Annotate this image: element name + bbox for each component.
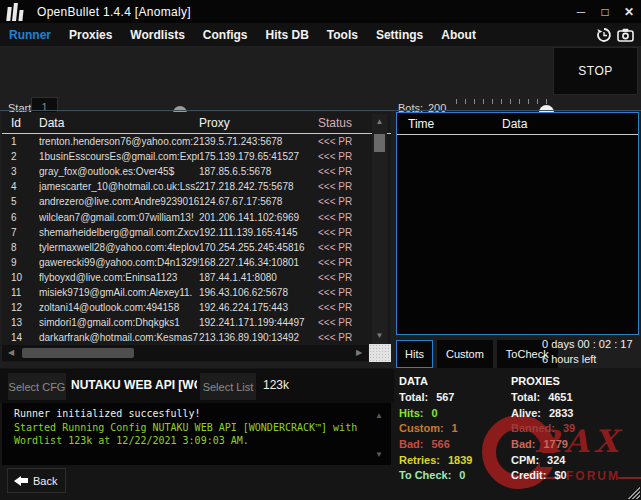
table-row[interactable]: 3gray_fox@outlook.es:Over45$187.85.6.5:5… [2,164,391,179]
cell-proxy: 196.43.106.62:5678 [199,287,318,298]
log-lines: Runner initialized succesfully!Started R… [14,407,371,448]
cell-id: 11 [2,287,39,298]
stat-value: 324 [547,454,565,466]
table-row[interactable]: 11misiek9719@gmAil.com:Alexey11.196.43.1… [2,285,391,300]
vertical-scroll-thumb[interactable] [374,134,385,152]
scroll-down-icon[interactable]: ▼ [372,330,387,342]
table-row[interactable]: 9gawerecki99@yahoo.com:D4n1329!168.227.1… [2,255,391,270]
timer: 0 days 00 : 02 : 17 6 hours left [542,337,633,367]
menu-item-wordlists[interactable]: Wordlists [121,28,193,42]
menu-item-tools[interactable]: Tools [318,28,367,42]
stat-item: Bad:566 [399,437,472,453]
table-row[interactable]: 5andrezero@live.com:Andre9239016124.67.6… [2,194,391,209]
runner-controls: Start: 1 Prog: 567 / 123320 (0%) Bots: 2… [0,46,641,110]
selected-wordlist-name: 123k [263,378,289,392]
table-row[interactable]: 6wilclean7@gmail.com:07william13!201.206… [2,209,391,224]
stat-item: To Check:0 [399,468,472,484]
menu-bar: RunnerProxiesWordlistsConfigsHits DBTool… [0,23,641,46]
column-header-data[interactable]: Data [39,116,199,130]
resize-grip-icon[interactable] [628,487,640,499]
hit-filter-buttons: HitsCustomToCheck [396,340,558,368]
cell-id: 1 [2,136,39,147]
cell-id: 2 [2,151,39,162]
table-row[interactable]: 7shemarheidelberg@gmail.com:Zxcv192.111.… [2,225,391,240]
column-header-proxy[interactable]: Proxy [199,116,318,130]
menu-item-hits-db[interactable]: Hits DB [256,28,317,42]
stat-item: Custom:1 [399,421,472,437]
proxies-stats: PROXIES Total:4651Alive:2833Banned:39Bad… [511,373,575,484]
cell-data: wilclean7@gmail.com:07william13! [39,212,199,223]
menu-item-proxies[interactable]: Proxies [60,28,121,42]
cell-id: 3 [2,166,39,177]
column-header-id[interactable]: Id [2,116,39,130]
table-row[interactable]: 10flyboyxd@live.com:Eninsa1123187.44.1.4… [2,270,391,285]
camera-icon[interactable] [617,27,634,43]
cell-data: andrezero@live.com:Andre9239016 [39,196,199,207]
cell-id: 13 [2,317,39,328]
cell-status: <<< PR [318,287,359,298]
selected-config-name: NUTAKU WEB API [WONDER [71,378,197,392]
close-icon[interactable]: ✕ [617,0,641,23]
stat-label: CPM: [511,454,539,466]
section-divider [0,110,641,111]
cell-proxy: 175.139.179.65:41527 [199,151,318,162]
cell-proxy: 187.85.6.5:5678 [199,166,318,177]
table-row[interactable]: 14darkarfrank@hotmail.com:Kesmas7213.136… [2,330,391,345]
results-horizontal-scrollbar[interactable]: ◀ ▶ [2,345,368,361]
log-scroll-up-icon[interactable]: ▲ [373,409,385,423]
cell-status: <<< PR [318,257,359,268]
table-row[interactable]: 13simdori1@gmail.com:Dhqkgks1192.241.171… [2,315,391,330]
horizontal-scroll-thumb[interactable] [22,348,134,358]
menu-item-configs[interactable]: Configs [194,28,257,42]
back-button-label: Back [33,475,57,487]
table-row[interactable]: 12zoltani14@outlook.com:494158192.46.224… [2,300,391,315]
column-header-time[interactable]: Time [397,117,502,131]
hits-button[interactable]: Hits [396,340,433,368]
back-button[interactable]: Back [7,468,66,493]
cell-proxy: 201.206.141.102:6969 [199,212,318,223]
custom-button[interactable]: Custom [437,340,493,368]
table-row[interactable]: 4jamescarter_10@hotmail.co.uk:Lss2!217.2… [2,179,391,194]
stat-label: Total: [399,391,428,403]
results-vertical-scrollbar[interactable]: ▲ ▼ [372,114,387,344]
menu-item-settings[interactable]: Settings [367,28,432,42]
cell-status: <<< PR [318,272,359,283]
scroll-up-icon[interactable]: ▲ [372,116,387,128]
cell-proxy: 187.44.1.41:8080 [199,272,318,283]
cell-id: 5 [2,196,39,207]
history-icon[interactable] [596,27,612,43]
scroll-right-icon[interactable]: ▶ [352,345,366,361]
data-stats-items: Total:567Hits:0Custom:1Bad:566Retries:18… [399,390,472,484]
menu-item-runner[interactable]: Runner [0,28,60,42]
table-row[interactable]: 1trenton.henderson76@yahoo.com:2139.5.71… [2,134,391,149]
stop-button[interactable]: STOP [553,47,638,95]
select-cfg-button[interactable]: Select CFG [8,373,66,400]
cell-data: tylermaxwell28@yahoo.com:4teplov [39,242,199,253]
log-line: Wordlist 123k at 12/22/2021 3:09:03 AM. [14,434,371,448]
table-row[interactable]: 21businEsscoursEs@gmail.com:Expre175.139… [2,149,391,164]
select-list-button[interactable]: Select List [200,373,256,400]
cell-id: 4 [2,181,39,192]
column-header-status[interactable]: Status [318,116,359,130]
cell-status: <<< PR [318,196,359,207]
cell-id: 7 [2,227,39,238]
stat-value: $0 [554,469,566,481]
log-scroll-down-icon[interactable]: ▼ [373,448,385,462]
stat-value: 1779 [543,438,567,450]
scroll-left-icon[interactable]: ◀ [4,345,18,361]
cell-data: jamescarter_10@hotmail.co.uk:Lss2! [39,181,199,192]
cell-data: gawerecki99@yahoo.com:D4n1329! [39,257,199,268]
cell-proxy: 124.67.67.17:5678 [199,196,318,207]
cell-status: <<< PR [318,302,359,313]
cell-proxy: 192.46.224.175:443 [199,302,318,313]
cell-data: shemarheidelberg@gmail.com:Zxcv [39,227,199,238]
table-row[interactable]: 8tylermaxwell28@yahoo.com:4teplov170.254… [2,240,391,255]
menu-item-about[interactable]: About [432,28,485,42]
cell-status: <<< PR [318,181,359,192]
hits-panel: Time Data [396,112,639,335]
minimize-icon[interactable]: ─ [569,0,593,23]
maximize-icon[interactable]: □ [593,0,617,23]
column-header-hit-data[interactable]: Data [502,117,527,131]
title-bar: OpenBullet 1.4.4 [Anomaly] ─ □ ✕ [0,0,641,23]
cell-data: trenton.henderson76@yahoo.com:2 [39,136,199,147]
